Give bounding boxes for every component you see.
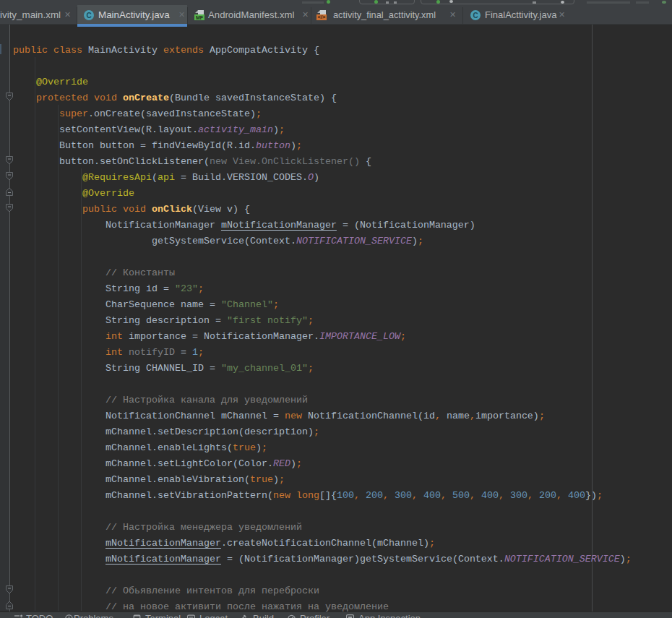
svg-text:C: C bbox=[86, 12, 91, 20]
svg-text:C: C bbox=[473, 12, 478, 20]
svg-text:</>: </> bbox=[318, 14, 326, 20]
svg-text:MF: MF bbox=[196, 15, 204, 20]
